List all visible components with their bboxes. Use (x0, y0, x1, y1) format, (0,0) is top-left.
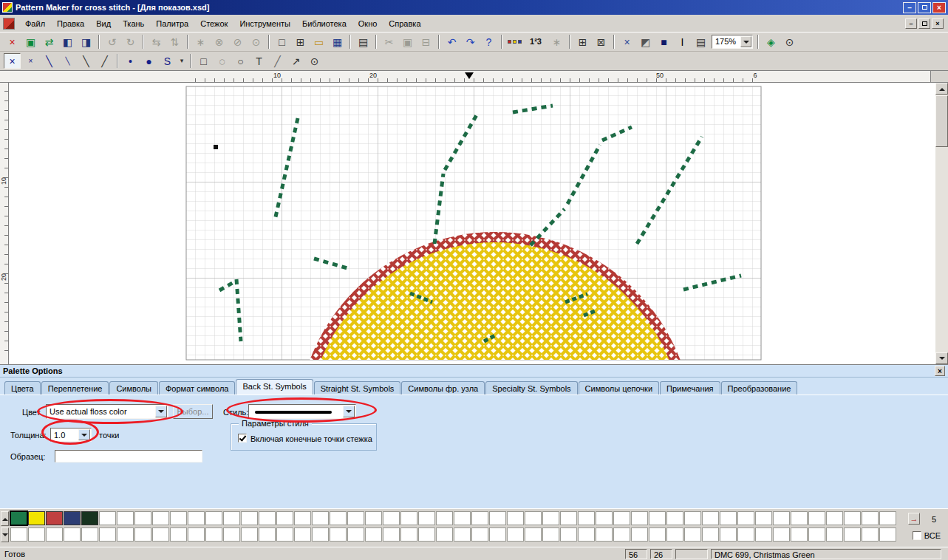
palette-swatch-empty[interactable] (170, 527, 187, 542)
palette-swatch-empty[interactable] (578, 527, 595, 542)
palette-swatch-empty[interactable] (241, 527, 258, 542)
palette-swatch-empty[interactable] (826, 511, 843, 525)
palette-swatch-empty[interactable] (223, 511, 240, 525)
palette-swatch-3[interactable] (64, 511, 81, 525)
view-symbols-button[interactable]: I (674, 34, 691, 49)
choose-color-button[interactable]: Выбор... (173, 404, 213, 419)
palette-swatch-empty[interactable] (294, 511, 311, 525)
palette-swatch-empty[interactable] (294, 527, 311, 542)
zoom-level-combo[interactable]: 175% (712, 35, 753, 49)
palette-swatch-empty[interactable] (152, 527, 169, 542)
palette-swatch-empty[interactable] (99, 511, 116, 525)
thickness-dropdown[interactable]: 1.0 (50, 428, 92, 442)
print-button[interactable]: ▤ (355, 34, 372, 49)
palette-swatch-empty[interactable] (454, 511, 471, 525)
palette-swatch-empty[interactable] (489, 511, 506, 525)
vertical-scrollbar[interactable] (935, 83, 948, 364)
palette-swatch-empty[interactable] (188, 527, 205, 542)
view-information-button[interactable]: ▤ (692, 34, 709, 49)
palette-swatch-empty[interactable] (791, 527, 808, 542)
palette-swatch-empty[interactable] (507, 511, 524, 525)
palette-swatch-empty[interactable] (10, 527, 27, 542)
select-ellipse-button[interactable]: ○ (232, 53, 249, 69)
menu-item-9[interactable]: Справка (383, 16, 426, 31)
back-stitch-button[interactable]: ╲ (78, 53, 95, 69)
palette-swatch-empty[interactable] (773, 511, 790, 525)
minimize-button[interactable]: – (903, 2, 916, 13)
half-stitch-button[interactable]: ╲ (41, 53, 58, 69)
tab-back-st-symbols[interactable]: Back St. Symbols (236, 379, 313, 395)
palette-swatch-empty[interactable] (542, 527, 559, 542)
palette-swatch-empty[interactable] (844, 527, 861, 542)
palette-swatch-empty[interactable] (862, 527, 879, 542)
tab-conversion[interactable]: Преобразование (721, 381, 798, 395)
palette-swatch-empty[interactable] (117, 527, 134, 542)
palette-swatch-empty[interactable] (400, 527, 417, 542)
new-file-button[interactable]: □ (273, 34, 290, 49)
palette-swatch-empty[interactable] (46, 527, 63, 542)
palette-swatch-empty[interactable] (525, 511, 542, 525)
mdi-close-button[interactable]: × (932, 18, 944, 29)
palette-swatch-empty[interactable] (134, 511, 151, 525)
center-view-button[interactable]: ◈ (763, 34, 780, 49)
scroll-down-button[interactable] (935, 352, 948, 364)
palette-swatch-empty[interactable] (365, 527, 382, 542)
palette-swatch-empty[interactable] (436, 511, 453, 525)
palette-swatch-empty[interactable] (276, 527, 293, 542)
import-button[interactable]: ⊞ (292, 34, 309, 49)
panel-close-button[interactable]: × (935, 366, 945, 376)
bead-button[interactable]: ● (140, 53, 157, 69)
palette-swatch-empty[interactable] (755, 511, 772, 525)
palette-swatch-empty[interactable] (436, 527, 453, 542)
palette-swatch-empty[interactable] (241, 511, 258, 525)
floss-color-dropdown[interactable]: Use actual floss color (46, 404, 168, 419)
quarter-stitch-button[interactable]: ╲ (59, 53, 76, 69)
palette-swatch-empty[interactable] (720, 527, 737, 542)
tab-notes[interactable]: Примечания (660, 381, 720, 395)
replace-color-button[interactable]: ⇄ (41, 34, 58, 49)
palette-swatch-empty[interactable] (117, 511, 134, 525)
palette-swatch-empty[interactable] (613, 527, 630, 542)
special-stitch-button[interactable]: S (159, 53, 176, 69)
palette-swatch-empty[interactable] (152, 511, 169, 525)
palette-swatch-empty[interactable] (383, 527, 400, 542)
pattern-canvas[interactable] (9, 83, 935, 364)
tab-straight-st-symbols[interactable]: Straight St. Symbols (314, 381, 401, 395)
palette-swatch-empty[interactable] (330, 511, 347, 525)
full-stitch-button[interactable]: × (4, 53, 21, 69)
palette-swatch-empty[interactable] (755, 527, 772, 542)
palette-swatch-empty[interactable] (64, 527, 81, 542)
palette-swatch-empty[interactable] (454, 527, 471, 542)
redo-button[interactable]: ↷ (462, 34, 479, 49)
palette-swatch-empty[interactable] (347, 511, 364, 525)
line-style-dropdown[interactable] (248, 404, 356, 419)
palette-swatch-empty[interactable] (862, 511, 879, 525)
palette-swatch-empty[interactable] (720, 511, 737, 525)
scrollbar-thumb[interactable] (935, 95, 948, 147)
palette-swatch-empty[interactable] (684, 511, 701, 525)
palette-swatch-empty[interactable] (737, 527, 754, 542)
palette-swatch-empty[interactable] (418, 527, 435, 542)
tab-colors[interactable]: Цвета (4, 381, 41, 395)
zoom-tool-button[interactable]: ⊙ (306, 53, 323, 69)
palette-swatch-empty[interactable] (560, 511, 577, 525)
palette-swatch-empty[interactable] (383, 511, 400, 525)
knife-tool-button[interactable]: ╱ (269, 53, 286, 69)
menu-item-1[interactable]: Правка (51, 16, 90, 31)
menu-item-4[interactable]: Палитра (150, 16, 194, 31)
symbol-numbers-button[interactable]: 1²3 (525, 34, 547, 49)
pattern-canvas-area[interactable] (9, 83, 935, 364)
menu-item-0[interactable]: Файл (19, 16, 51, 31)
show-all-checkbox[interactable] (913, 531, 921, 540)
palette-swatch-2[interactable] (46, 511, 63, 525)
endpoints-checkbox[interactable] (238, 434, 247, 443)
palette-swatch-empty[interactable] (649, 527, 666, 542)
chevron-down-icon[interactable] (78, 429, 90, 440)
close-button[interactable]: × (932, 2, 946, 13)
palette-swatch-empty[interactable] (507, 527, 524, 542)
palette-swatch-empty[interactable] (560, 527, 577, 542)
palette-swatch-empty[interactable] (81, 527, 98, 542)
tab-chain-symbols[interactable]: Символы цепочки (579, 381, 659, 395)
palette-swatch-empty[interactable] (631, 511, 648, 525)
palette-swatch-empty[interactable] (879, 527, 896, 542)
